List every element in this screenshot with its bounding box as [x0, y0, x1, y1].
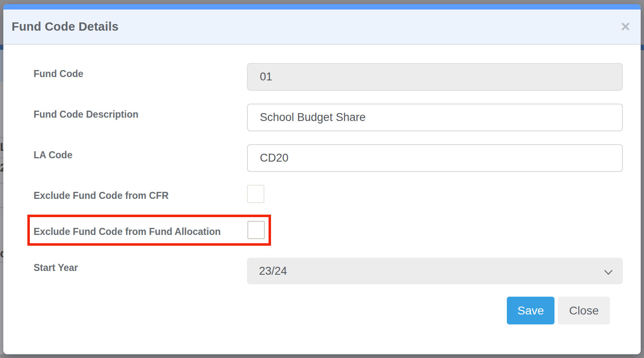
close-button[interactable]: Close: [558, 297, 610, 324]
exclude-cfr-label: Exclude Fund Code from CFR: [34, 190, 169, 201]
fund-code-details-dialog: Fund Code Details ✕ Fund Code Fund Code …: [3, 4, 641, 354]
start-year-label: Start Year: [34, 262, 78, 273]
dialog-accent-bar: [3, 4, 641, 10]
dialog-header: Fund Code Details ✕: [3, 10, 641, 45]
background-table-fragment: L 20 ce: [0, 82, 3, 354]
fund-code-description-label: Fund Code Description: [34, 109, 138, 120]
table-row-divider: [0, 207, 3, 208]
save-button[interactable]: Save: [507, 297, 554, 324]
la-code-input[interactable]: [247, 144, 623, 172]
start-year-value: 23/24: [259, 265, 287, 278]
exclude-fund-allocation-label: Exclude Fund Code from Fund Allocation: [34, 226, 220, 237]
fund-code-input: [247, 63, 623, 91]
dimmed-backdrop: L 20 ce Fund Code Details ✕ Fund Code Fu…: [0, 0, 644, 358]
background-text-fragment: L: [0, 141, 3, 154]
dialog-title: Fund Code Details: [12, 20, 119, 34]
background-blue-bar-fragment: [0, 45, 3, 50]
dialog-body: Fund Code Fund Code Description LA Code …: [3, 45, 641, 353]
background-text-fragment: 20: [0, 162, 3, 174]
exclude-cfr-checkbox[interactable]: [247, 185, 264, 203]
background-text-fragment: ce: [0, 247, 3, 260]
la-code-label: LA Code: [34, 150, 73, 161]
background-blue-bar-fragment-right: [641, 45, 644, 50]
fund-code-label: Fund Code: [34, 68, 83, 80]
table-row-divider: [0, 262, 3, 263]
background-header-row-fragment: [0, 50, 3, 82]
table-row-divider: [0, 137, 3, 138]
table-row-divider: [0, 183, 3, 184]
background-page-left-edge: L 20 ce: [0, 0, 3, 358]
table-row-divider: [0, 157, 3, 158]
fund-code-description-input[interactable]: [247, 104, 623, 131]
chevron-down-icon: [605, 268, 612, 274]
close-icon[interactable]: ✕: [620, 21, 631, 33]
start-year-select[interactable]: 23/24: [247, 258, 623, 284]
exclude-fund-allocation-checkbox[interactable]: [247, 221, 265, 239]
